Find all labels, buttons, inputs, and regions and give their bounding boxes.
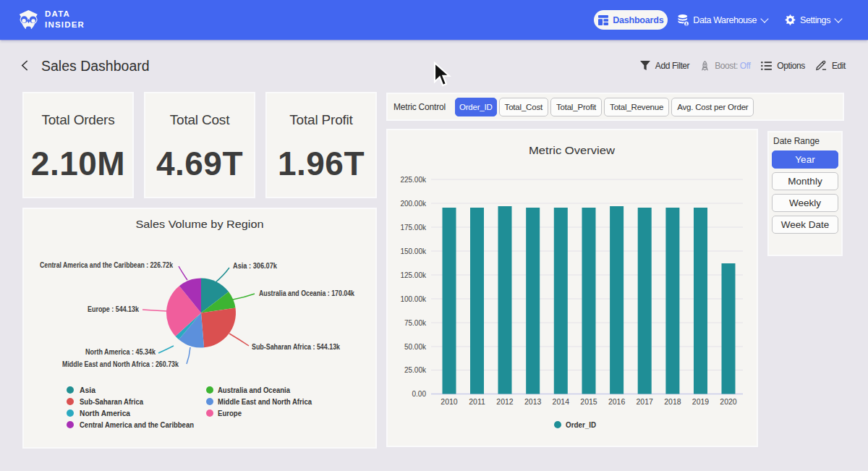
svg-text:Australia and Oceania: Australia and Oceania	[218, 386, 290, 394]
svg-text:150.00k: 150.00k	[400, 247, 427, 255]
svg-text:2015: 2015	[580, 397, 597, 406]
svg-text:Order_ID: Order_ID	[566, 420, 596, 429]
svg-text:2013: 2013	[524, 397, 542, 406]
svg-text:225.00k: 225.00k	[400, 176, 427, 184]
svg-text:Australia and Oceania : 170.04: Australia and Oceania : 170.04k	[259, 289, 354, 297]
svg-text:125.00k: 125.00k	[400, 271, 427, 279]
svg-text:2011: 2011	[469, 397, 485, 406]
svg-text:175.00k: 175.00k	[400, 224, 427, 232]
svg-text:Sub-Saharan Africa : 544.13k: Sub-Saharan Africa : 544.13k	[252, 343, 340, 351]
svg-text:25.00k: 25.00k	[404, 366, 427, 374]
svg-text:Central America and the Caribb: Central America and the Caribbean : 226.…	[40, 261, 173, 269]
svg-text:North America: North America	[80, 409, 130, 417]
svg-text:Sales Volume by Region: Sales Volume by Region	[136, 218, 264, 230]
svg-text:Metric Overview: Metric Overview	[529, 144, 615, 156]
svg-text:Europe : 544.13k: Europe : 544.13k	[88, 305, 139, 313]
svg-text:Middle East and North Africa: Middle East and North Africa	[218, 397, 312, 406]
svg-text:2012: 2012	[496, 397, 514, 406]
svg-text:200.00k: 200.00k	[400, 200, 427, 208]
svg-text:2018: 2018	[664, 397, 681, 406]
svg-text:2019: 2019	[692, 397, 710, 406]
svg-text:2010: 2010	[441, 397, 458, 406]
svg-text:Europe: Europe	[218, 409, 242, 417]
svg-text:50.00k: 50.00k	[404, 343, 427, 351]
svg-text:100.00k: 100.00k	[400, 295, 427, 303]
svg-text:Asia: Asia	[80, 386, 95, 394]
svg-text:Central America and the Caribb: Central America and the Caribbean	[80, 420, 194, 429]
svg-text:0.00: 0.00	[412, 390, 427, 398]
svg-text:2017: 2017	[637, 397, 654, 406]
svg-text:2014: 2014	[553, 397, 570, 406]
svg-text:Asia : 306.07k: Asia : 306.07k	[233, 262, 277, 270]
svg-text:Middle East and North Africa :: Middle East and North Africa : 260.73k	[62, 360, 179, 368]
svg-text:Sub-Saharan Africa: Sub-Saharan Africa	[80, 397, 143, 406]
svg-text:North America : 45.34k: North America : 45.34k	[85, 348, 156, 356]
svg-text:2020: 2020	[720, 397, 737, 406]
svg-text:75.00k: 75.00k	[404, 319, 427, 327]
svg-text:2016: 2016	[608, 397, 626, 406]
